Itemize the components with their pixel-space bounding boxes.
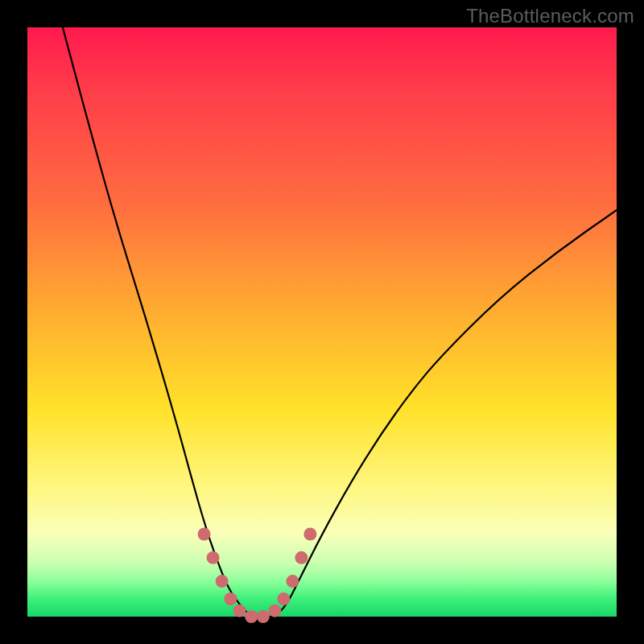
valley-marker xyxy=(216,575,229,588)
valley-marker xyxy=(198,528,211,541)
watermark-text: TheBottleneck.com xyxy=(466,5,634,27)
valley-marker xyxy=(286,575,299,588)
plot-area xyxy=(27,27,617,617)
valley-marker xyxy=(277,592,290,605)
valley-markers-group xyxy=(198,528,317,624)
outer-frame: TheBottleneck.com xyxy=(0,0,644,644)
bottleneck-chart xyxy=(27,27,617,617)
valley-marker xyxy=(225,592,237,605)
valley-marker xyxy=(245,610,258,623)
valley-marker xyxy=(207,551,220,564)
bottleneck-curve-path xyxy=(63,27,617,617)
valley-marker xyxy=(303,528,316,541)
valley-marker xyxy=(233,605,246,617)
valley-marker xyxy=(257,610,270,623)
valley-marker xyxy=(295,551,308,564)
valley-marker xyxy=(268,605,281,617)
